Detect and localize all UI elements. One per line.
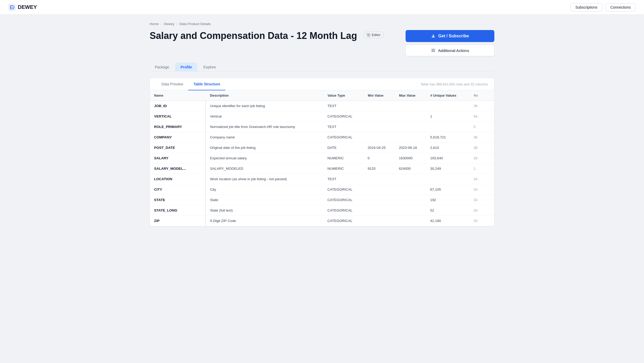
tab-explore[interactable]: Explore	[198, 63, 221, 72]
cell-name: ZIP	[150, 216, 206, 226]
sub-tab-data-preview[interactable]: Data Preview	[156, 78, 188, 90]
col-header-min-value: Min Value	[364, 90, 395, 101]
cell-min-value	[364, 195, 395, 205]
cell-unique-values: 2,610	[426, 143, 469, 153]
cell-re: 94	[469, 111, 494, 122]
cell-max-value: 624000	[395, 163, 426, 174]
table-row: STATEStateCATEGORICAL19233	[150, 195, 494, 205]
cell-re: 38	[469, 143, 494, 153]
sub-tab-data-preview-label: Data Preview	[161, 82, 183, 86]
table-row: LOCATIONWork location (as show in job li…	[150, 174, 494, 184]
subscriptions-button[interactable]: Subscriptions	[570, 3, 602, 11]
sub-tabs: Data Preview Table Structure Table has 3…	[150, 78, 494, 90]
cell-min-value	[364, 132, 395, 143]
cell-min-value	[364, 184, 395, 195]
table-wrapper[interactable]: Name Description Value Type Min Value Ma	[150, 90, 494, 226]
content-panel: Data Preview Table Structure Table has 3…	[150, 78, 494, 226]
cell-description: Expected annual salary	[206, 153, 323, 163]
cell-unique-values: 5,618,721	[426, 132, 469, 143]
cell-max-value	[395, 216, 426, 226]
breadcrumb: Home › Dewey › Data Product Details	[150, 22, 494, 26]
cell-max-value	[395, 132, 426, 143]
cell-value-type: CATEGORICAL	[323, 205, 364, 216]
cell-min-value	[364, 216, 395, 226]
cell-re: 33	[469, 216, 494, 226]
col-header-value-type: Value Type	[323, 90, 364, 101]
tab-profile[interactable]: Profile	[175, 63, 197, 72]
cell-description: 5-Digit ZIP Code	[206, 216, 323, 226]
cell-name: CITY	[150, 184, 206, 195]
col-header-re: Re	[469, 90, 494, 101]
header-actions: Subscriptions Connections	[570, 3, 636, 11]
editor-badge[interactable]: Editor	[363, 32, 384, 38]
sub-tab-table-structure[interactable]: Table Structure	[188, 78, 225, 90]
gear-icon	[367, 33, 370, 37]
cell-description: City	[206, 184, 323, 195]
cell-max-value: 1630000	[395, 153, 426, 163]
cell-description: Original date of the job listing	[206, 143, 323, 153]
title-row: Salary and Compensation Data - 12 Month …	[150, 30, 494, 56]
table-header-row: Name Description Value Type Min Value Ma	[150, 90, 494, 101]
cell-description: Company name	[206, 132, 323, 143]
cell-name: SALARY	[150, 153, 206, 163]
cell-name: STATE_LONG	[150, 205, 206, 216]
cell-max-value	[395, 122, 426, 132]
cell-name: SALARY_MODEL...	[150, 163, 206, 174]
cell-max-value: 2023-06-18	[395, 143, 426, 153]
logo-icon	[8, 4, 16, 11]
cell-value-type: TEXT	[323, 122, 364, 132]
cell-value-type: CATEGORICAL	[323, 111, 364, 122]
cell-min-value: 2016-04-25	[364, 143, 395, 153]
tabs: Package Profile Explore	[150, 62, 494, 72]
table-row: ROLE_PRIMARYNormalized job title from Gr…	[150, 122, 494, 132]
main-content: Home › Dewey › Data Product Details Sala…	[139, 15, 505, 234]
table-row: COMPANYCompany nameCATEGORICAL5,618,7213…	[150, 132, 494, 143]
cell-name: ROLE_PRIMARY	[150, 122, 206, 132]
subscribe-label: Get / Subscribe	[438, 34, 469, 38]
cell-value-type: TEXT	[323, 101, 364, 111]
sub-tab-table-structure-label: Table Structure	[194, 82, 220, 86]
breadcrumb-sep-2: ›	[176, 22, 177, 26]
cell-re: 33	[469, 184, 494, 195]
breadcrumb-dewey[interactable]: Dewey	[164, 22, 174, 26]
cell-min-value	[364, 174, 395, 184]
table-row: SALARYExpected annual salaryNUMERIC01630…	[150, 153, 494, 163]
table-row: POST_DATEOriginal date of the job listin…	[150, 143, 494, 153]
title-actions: Get / Subscribe Additional Actions	[406, 30, 494, 56]
col-header-max-value: Max Value	[395, 90, 426, 101]
connections-button[interactable]: Connections	[605, 3, 636, 11]
cell-re: 33	[469, 205, 494, 216]
cell-min-value	[364, 205, 395, 216]
cell-unique-values: 30,249	[426, 163, 469, 174]
cell-unique-values: 1	[426, 111, 469, 122]
additional-actions-label: Additional Actions	[438, 48, 469, 53]
breadcrumb-current: Data Product Details	[179, 22, 210, 26]
table-row: STATE_LONGState (full text)CATEGORICAL52…	[150, 205, 494, 216]
cell-name: VERTICAL	[150, 111, 206, 122]
breadcrumb-home[interactable]: Home	[150, 22, 159, 26]
subscribe-button[interactable]: Get / Subscribe	[406, 30, 494, 42]
cell-value-type: CATEGORICAL	[323, 132, 364, 143]
cell-unique-values	[426, 174, 469, 184]
logo: DEWEY	[8, 4, 37, 11]
tab-package[interactable]: Package	[150, 63, 174, 72]
cell-re: 38	[469, 101, 494, 111]
tab-package-label: Package	[155, 65, 169, 69]
editor-label: Editor	[372, 33, 380, 37]
cell-name: JOB_ID	[150, 101, 206, 111]
cell-description: State (full text)	[206, 205, 323, 216]
table-row: SALARY_MODEL...SALARY_MODELEDNUMERIC9120…	[150, 163, 494, 174]
cell-value-type: CATEGORICAL	[323, 184, 364, 195]
cell-min-value	[364, 111, 395, 122]
data-table: Name Description Value Type Min Value Ma	[150, 90, 494, 226]
cell-unique-values: 67,105	[426, 184, 469, 195]
cell-max-value	[395, 101, 426, 111]
additional-actions-button[interactable]: Additional Actions	[406, 45, 494, 56]
cell-min-value: 9120	[364, 163, 395, 174]
cell-max-value	[395, 174, 426, 184]
col-header-description: Description	[206, 90, 323, 101]
cell-description: Work location (as show in job listing - …	[206, 174, 323, 184]
col-header-unique-values: # Unique Values	[426, 90, 469, 101]
cell-name: POST_DATE	[150, 143, 206, 153]
cell-value-type: CATEGORICAL	[323, 216, 364, 226]
